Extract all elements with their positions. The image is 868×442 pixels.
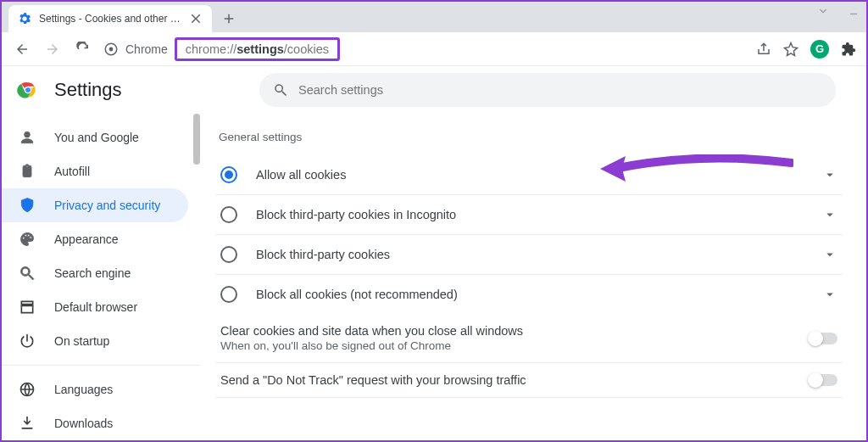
toggle-row[interactable]: Clear cookies and site data when you clo… bbox=[215, 314, 843, 363]
download-icon bbox=[19, 415, 36, 432]
settings-body: You and GoogleAutofillPrivacy and securi… bbox=[2, 114, 866, 440]
person-icon bbox=[19, 129, 36, 146]
back-button[interactable] bbox=[12, 39, 32, 59]
omnibox-brand: Chrome bbox=[125, 42, 168, 56]
sidebar-item-label: Autofill bbox=[54, 165, 90, 178]
close-icon[interactable] bbox=[188, 11, 203, 26]
chevron-down-icon[interactable] bbox=[822, 247, 837, 262]
shield-icon bbox=[19, 197, 36, 214]
palette-icon bbox=[19, 231, 36, 248]
sidebar-item-downloads[interactable]: Downloads bbox=[2, 406, 188, 440]
page-title: Settings bbox=[54, 79, 122, 101]
chevron-down-icon[interactable] bbox=[817, 5, 829, 17]
minimize-icon[interactable] bbox=[848, 5, 860, 17]
reload-button[interactable] bbox=[73, 39, 93, 59]
sidebar-item-appearance[interactable]: Appearance bbox=[2, 222, 188, 256]
extension-badge[interactable]: G bbox=[810, 40, 829, 59]
settings-header: Settings bbox=[2, 66, 866, 114]
separator bbox=[2, 365, 200, 366]
chrome-icon bbox=[103, 42, 119, 57]
sidebar-item-privacy-and-security[interactable]: Privacy and security bbox=[2, 188, 188, 222]
sidebar-item-on-startup[interactable]: On startup bbox=[2, 324, 188, 358]
sidebar-item-label: Default browser bbox=[54, 300, 137, 314]
forward-button[interactable] bbox=[42, 39, 63, 59]
toolbar: Chrome chrome://settings/cookies G bbox=[2, 32, 866, 66]
clipboard-icon bbox=[19, 163, 36, 180]
option-label: Block third-party cookies bbox=[256, 248, 822, 261]
radio-icon[interactable] bbox=[220, 206, 237, 223]
content: General settings Allow all cookiesBlock … bbox=[200, 114, 866, 440]
sidebar-item-label: Search engine bbox=[54, 266, 131, 280]
new-tab-button[interactable] bbox=[217, 7, 241, 31]
toggle-switch[interactable] bbox=[809, 333, 837, 344]
cookie-option[interactable]: Allow all cookies bbox=[215, 155, 843, 195]
gear-icon bbox=[17, 11, 32, 26]
globe-icon bbox=[19, 381, 36, 398]
sidebar-item-search-engine[interactable]: Search engine bbox=[2, 256, 188, 290]
browser-icon bbox=[19, 299, 36, 316]
sidebar-item-label: On startup bbox=[54, 334, 109, 348]
svg-point-2 bbox=[109, 47, 114, 51]
search-input[interactable] bbox=[298, 83, 822, 97]
section-title: General settings bbox=[219, 131, 843, 143]
toggle-switch[interactable] bbox=[809, 374, 837, 386]
sidebar-item-label: Privacy and security bbox=[54, 199, 160, 212]
radio-icon[interactable] bbox=[220, 286, 237, 303]
toggle-title: Send a "Do Not Track" request with your … bbox=[220, 373, 809, 387]
sidebar-item-label: Downloads bbox=[54, 417, 113, 430]
sidebar-item-you-and-google[interactable]: You and Google bbox=[2, 120, 188, 154]
tab-title: Settings - Cookies and other site bbox=[39, 13, 181, 25]
browser-tab[interactable]: Settings - Cookies and other site bbox=[8, 5, 212, 32]
cookie-option[interactable]: Block third-party cookies bbox=[215, 235, 843, 275]
window-controls bbox=[817, 5, 860, 17]
sidebar: You and GoogleAutofillPrivacy and securi… bbox=[2, 114, 200, 440]
star-icon[interactable] bbox=[783, 42, 798, 57]
chrome-logo-icon bbox=[17, 79, 39, 101]
magnify-icon bbox=[19, 265, 36, 282]
extensions-icon[interactable] bbox=[841, 42, 856, 57]
chevron-down-icon[interactable] bbox=[822, 167, 837, 182]
plus-icon bbox=[221, 11, 236, 26]
chevron-down-icon[interactable] bbox=[822, 207, 837, 222]
scrollbar[interactable] bbox=[193, 114, 200, 165]
toggle-subtitle: When on, you'll also be signed out of Ch… bbox=[220, 339, 809, 352]
share-icon[interactable] bbox=[756, 42, 771, 57]
url-field[interactable]: chrome://settings/cookies bbox=[175, 37, 340, 61]
option-label: Block all cookies (not recommended) bbox=[256, 288, 822, 301]
arrow-left-icon bbox=[14, 42, 30, 57]
tab-strip: Settings - Cookies and other site bbox=[2, 2, 866, 32]
option-label: Block third-party cookies in Incognito bbox=[256, 208, 822, 221]
option-label: Allow all cookies bbox=[256, 168, 822, 182]
toggle-row[interactable]: Send a "Do Not Track" request with your … bbox=[215, 363, 843, 398]
sidebar-item-default-browser[interactable]: Default browser bbox=[2, 290, 188, 324]
radio-icon[interactable] bbox=[220, 166, 237, 183]
chevron-down-icon[interactable] bbox=[822, 287, 837, 302]
sidebar-item-autofill[interactable]: Autofill bbox=[2, 154, 188, 188]
reload-icon bbox=[75, 42, 91, 57]
arrow-right-icon bbox=[45, 42, 60, 57]
radio-icon[interactable] bbox=[220, 246, 237, 263]
toggle-title: Clear cookies and site data when you clo… bbox=[220, 324, 809, 338]
search-settings[interactable] bbox=[259, 73, 836, 107]
sidebar-item-label: Appearance bbox=[54, 232, 119, 246]
cookie-option[interactable]: Block third-party cookies in Incognito bbox=[215, 195, 843, 235]
cookie-option[interactable]: Block all cookies (not recommended) bbox=[215, 275, 843, 314]
search-icon bbox=[273, 82, 288, 98]
power-icon bbox=[19, 333, 36, 350]
sidebar-item-label: Languages bbox=[54, 383, 113, 396]
sidebar-item-label: You and Google bbox=[54, 131, 139, 144]
omnibox[interactable]: Chrome chrome://settings/cookies bbox=[103, 37, 746, 61]
sidebar-item-languages[interactable]: Languages bbox=[2, 372, 188, 406]
